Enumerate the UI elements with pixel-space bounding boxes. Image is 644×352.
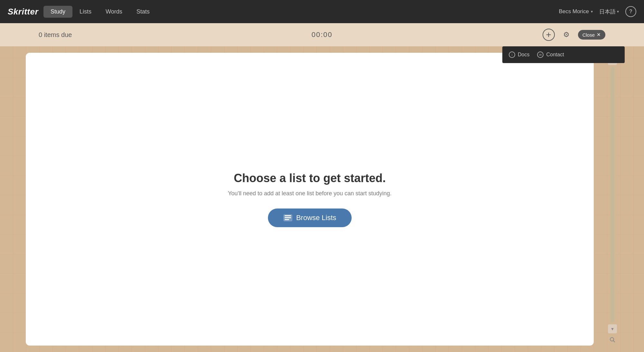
nav-item-lists[interactable]: Lists bbox=[72, 6, 99, 18]
browse-lists-button[interactable]: Browse Lists bbox=[268, 208, 352, 227]
close-x-icon: ✕ bbox=[597, 32, 601, 38]
timer-display: 00:00 bbox=[311, 31, 332, 39]
nav-item-study[interactable]: Study bbox=[43, 6, 72, 18]
close-button[interactable]: Close ✕ bbox=[578, 30, 605, 40]
add-button[interactable]: + bbox=[543, 29, 555, 41]
toolbar-actions: + ⚙ Close ✕ bbox=[543, 28, 605, 41]
dropdown-panel: i Docs ✉ Contact bbox=[502, 46, 625, 63]
language-menu[interactable]: 日本語 ▾ bbox=[599, 8, 619, 15]
dropdown-panel-inner: i Docs ✉ Contact bbox=[502, 46, 625, 63]
brand-logo: Skritter bbox=[8, 7, 38, 17]
navbar-right: Becs Morice ▾ 日本語 ▾ ? bbox=[559, 6, 636, 17]
items-due-label: 0 items due bbox=[39, 31, 72, 39]
nav-menu: Study Lists Words Stats bbox=[43, 6, 559, 18]
card-heading: Choose a list to get started. bbox=[234, 171, 386, 185]
user-menu[interactable]: Becs Morice ▾ bbox=[559, 8, 593, 15]
contact-label: Contact bbox=[546, 52, 564, 58]
language-label: 日本語 bbox=[599, 8, 616, 15]
docs-link[interactable]: i Docs bbox=[509, 51, 529, 58]
help-button[interactable]: ? bbox=[625, 6, 636, 17]
browse-lists-icon bbox=[283, 214, 292, 221]
contact-icon: ✉ bbox=[537, 51, 544, 58]
scroll-down-button[interactable]: ▼ bbox=[608, 324, 617, 333]
docs-label: Docs bbox=[518, 52, 529, 58]
svg-rect-2 bbox=[285, 219, 289, 220]
settings-button[interactable]: ⚙ bbox=[560, 28, 573, 41]
svg-line-4 bbox=[613, 341, 615, 342]
nav-item-words[interactable]: Words bbox=[99, 6, 129, 18]
docs-icon: i bbox=[509, 51, 515, 58]
browse-lists-label: Browse Lists bbox=[296, 214, 336, 222]
scroll-track bbox=[611, 67, 614, 322]
main-area: Choose a list to get started. You'll nee… bbox=[0, 46, 644, 352]
study-card: Choose a list to get started. You'll nee… bbox=[26, 53, 594, 346]
scrollbar-panel: ▲ ▼ bbox=[607, 53, 618, 346]
user-name: Becs Morice bbox=[559, 8, 589, 15]
language-chevron-icon: ▾ bbox=[617, 9, 619, 14]
svg-rect-1 bbox=[285, 217, 291, 218]
toolbar: 0 items due 00:00 + ⚙ Close ✕ i Docs ✉ C… bbox=[0, 23, 644, 46]
navbar: Skritter Study Lists Words Stats Becs Mo… bbox=[0, 0, 644, 23]
user-chevron-icon: ▾ bbox=[591, 9, 593, 14]
svg-rect-0 bbox=[285, 215, 291, 216]
contact-link[interactable]: ✉ Contact bbox=[537, 51, 564, 58]
nav-item-stats[interactable]: Stats bbox=[129, 6, 157, 18]
close-label: Close bbox=[582, 32, 595, 38]
card-subtext: You'll need to add at least one list bef… bbox=[228, 190, 392, 197]
search-icon[interactable] bbox=[608, 335, 617, 344]
